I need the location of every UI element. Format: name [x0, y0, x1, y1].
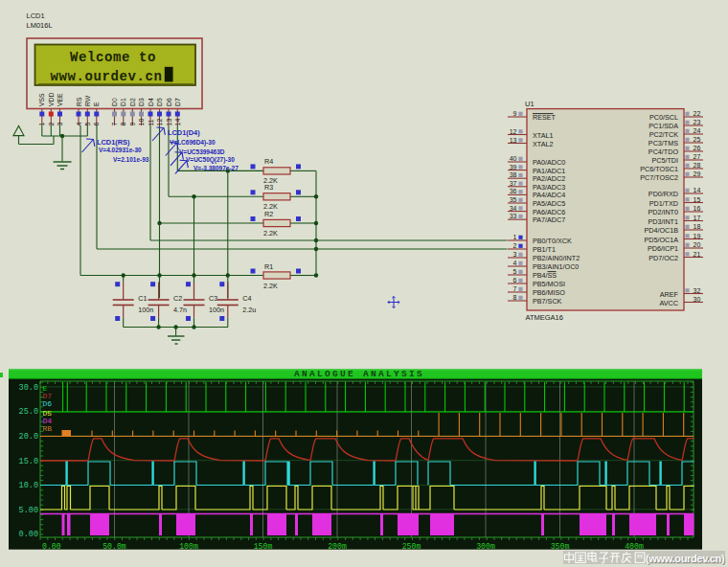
svg-text:2.2K: 2.2K [263, 282, 278, 290]
svg-text:9: 9 [129, 123, 136, 126]
svg-text:XTAL1: XTAL1 [533, 131, 553, 140]
svg-text:14: 14 [694, 187, 701, 193]
svg-text:PD3/INT1: PD3/INT1 [648, 217, 678, 226]
svg-text:30: 30 [694, 296, 701, 303]
svg-text:50.0m: 50.0m [102, 542, 126, 551]
svg-text:2: 2 [48, 123, 55, 126]
svg-text:C4: C4 [242, 294, 251, 303]
svg-text:ANALOGUE ANALYSIS: ANALOGUE ANALYSIS [294, 369, 424, 379]
svg-text:PB3/AIN1/OC0: PB3/AIN1/OC0 [533, 262, 579, 271]
svg-text:V=2.101e-93: V=2.101e-93 [113, 156, 149, 163]
svg-text:D7: D7 [174, 98, 181, 106]
svg-text:7: 7 [513, 285, 517, 292]
svg-text:PC0/SCL: PC0/SCL [649, 113, 678, 122]
svg-text:V=UC50Q(27)-30: V=UC50Q(27)-30 [186, 156, 235, 164]
svg-text:D1: D1 [120, 98, 126, 106]
svg-text:100n: 100n [209, 306, 224, 314]
svg-text:VSS: VSS [38, 93, 45, 106]
svg-text:22: 22 [694, 110, 701, 117]
svg-text:4: 4 [513, 260, 517, 266]
svg-text:7: 7 [111, 123, 118, 126]
svg-text:D5: D5 [156, 98, 163, 106]
svg-text:24: 24 [694, 127, 701, 134]
svg-text:PA7/ADC7: PA7/ADC7 [533, 215, 565, 224]
svg-text:8: 8 [513, 294, 517, 301]
svg-text:PD1/TXD: PD1/TXD [649, 199, 678, 208]
svg-text:R2: R2 [264, 210, 273, 218]
svg-text:32: 32 [694, 287, 701, 294]
svg-text:LCD1(D4): LCD1(D4) [168, 128, 200, 137]
svg-text:RESET: RESET [533, 113, 557, 122]
svg-text:16: 16 [694, 205, 701, 212]
svg-text:5: 5 [513, 268, 517, 275]
svg-text:D2: D2 [129, 98, 136, 106]
svg-text:C1: C1 [138, 294, 147, 303]
svg-text:13: 13 [166, 119, 172, 126]
svg-text:1: 1 [513, 234, 517, 240]
svg-text:27: 27 [694, 153, 701, 160]
svg-text:6: 6 [513, 277, 517, 284]
svg-text:VEE: VEE [57, 93, 63, 106]
svg-text:PD5/OC1A: PD5/OC1A [644, 236, 678, 244]
svg-text:D0: D0 [111, 98, 118, 106]
svg-text:PC2/TCK: PC2/TCK [649, 130, 679, 139]
svg-text:400m: 400m [625, 542, 644, 551]
svg-text:30.0: 30.0 [19, 383, 38, 393]
svg-text:11: 11 [148, 119, 154, 125]
svg-text:D6: D6 [43, 399, 53, 408]
svg-text:100n: 100n [138, 306, 153, 314]
svg-text:C3: C3 [209, 294, 217, 303]
svg-text:PB0/T0/XCK: PB0/T0/XCK [533, 237, 572, 245]
svg-text:20.0: 20.0 [19, 432, 38, 442]
svg-text:ATMEGA16: ATMEGA16 [526, 313, 563, 322]
svg-text:R1: R1 [264, 262, 273, 271]
svg-text:LM016L: LM016L [27, 21, 53, 30]
svg-text:www.ourdev.cn: www.ourdev.cn [51, 69, 163, 84]
svg-text:E: E [93, 102, 100, 106]
svg-text:PC6/TOSC1: PC6/TOSC1 [640, 165, 678, 173]
svg-text:R4: R4 [264, 157, 273, 166]
svg-text:PC1/SDA: PC1/SDA [648, 122, 678, 130]
svg-text:6: 6 [93, 123, 100, 126]
svg-text:10.0: 10.0 [19, 481, 38, 490]
svg-text:4: 4 [76, 123, 82, 126]
svg-text:15.0: 15.0 [19, 457, 38, 466]
svg-text:PB2/AIN0/INT2: PB2/AIN0/INT2 [533, 254, 580, 262]
svg-text:PD0/RXD: PD0/RXD [648, 190, 678, 198]
svg-text:RW: RW [84, 95, 91, 106]
svg-text:26: 26 [694, 145, 701, 151]
svg-text:AREF: AREF [660, 290, 679, 299]
svg-text:5.00: 5.00 [19, 506, 38, 515]
svg-text:AVCC: AVCC [660, 299, 678, 307]
svg-text:33: 33 [510, 213, 517, 219]
svg-text:0.00: 0.00 [19, 530, 38, 539]
svg-text:19: 19 [694, 233, 701, 239]
svg-text:9: 9 [513, 110, 517, 117]
svg-text:39: 39 [510, 164, 517, 170]
svg-text:25.0: 25.0 [19, 407, 38, 417]
svg-text:37: 37 [510, 180, 517, 187]
svg-text:V=4.02931e-30: V=4.02931e-30 [99, 147, 142, 153]
svg-text:200m: 200m [328, 542, 347, 551]
svg-text:8: 8 [120, 123, 126, 126]
svg-text:PB1/T1: PB1/T1 [533, 245, 556, 254]
svg-text:21: 21 [694, 251, 701, 258]
svg-text:PD7/OC2: PD7/OC2 [648, 254, 678, 262]
svg-text:RB: RB [43, 424, 53, 433]
svg-text:RS: RS [76, 97, 82, 106]
svg-text:36: 36 [510, 188, 517, 194]
svg-text:U1: U1 [525, 100, 535, 108]
svg-text:PB5/MOSI: PB5/MOSI [533, 280, 565, 288]
svg-text:300m: 300m [476, 542, 495, 551]
svg-text:15: 15 [694, 196, 701, 203]
svg-text:23: 23 [694, 119, 701, 125]
svg-text:PB6/MISO: PB6/MISO [533, 288, 565, 297]
svg-text:5: 5 [84, 123, 91, 126]
svg-text:R3: R3 [264, 183, 273, 192]
svg-text:250m: 250m [402, 542, 421, 551]
svg-text:D6: D6 [166, 98, 172, 106]
svg-text:2.2u: 2.2u [242, 306, 256, 314]
svg-text:1: 1 [38, 123, 45, 126]
svg-text:PC7/TOSC2: PC7/TOSC2 [640, 173, 678, 182]
svg-text:V=-3.38097e-27: V=-3.38097e-27 [193, 165, 239, 171]
